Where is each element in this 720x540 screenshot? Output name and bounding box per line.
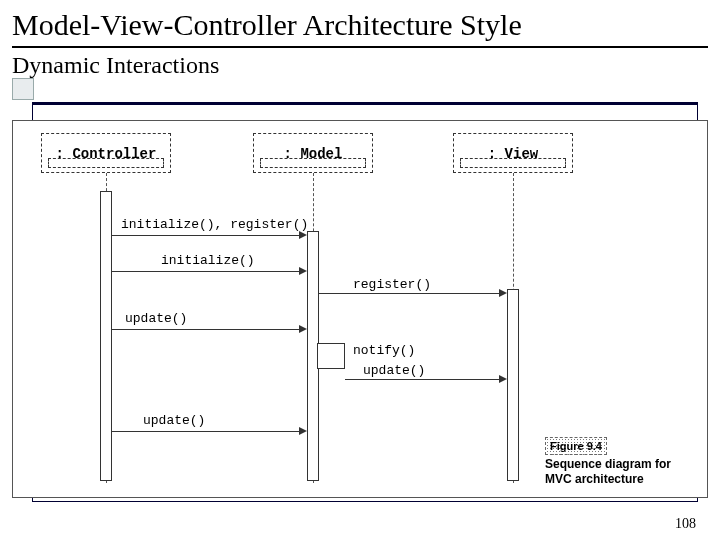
slide-header: Model-View-Controller Architecture Style <box>0 0 720 44</box>
arrow-line <box>319 293 503 294</box>
decor-dash <box>48 158 164 168</box>
arrow-head-icon <box>499 375 507 383</box>
arrow-head-icon <box>299 231 307 239</box>
arrow-line <box>112 271 302 272</box>
self-call-box <box>317 343 345 369</box>
msg-initialize: initialize() <box>161 253 255 268</box>
page-number: 108 <box>675 516 696 532</box>
arrow-head-icon <box>299 427 307 435</box>
arrow-line <box>345 379 503 380</box>
arrow-line <box>112 431 302 432</box>
figure-number: Figure 9.4 <box>545 437 607 455</box>
participant-view: : View <box>453 133 573 173</box>
activation-controller <box>100 191 112 481</box>
msg-update-1: update() <box>125 311 187 326</box>
participant-model: : Model <box>253 133 373 173</box>
decor-dash <box>460 158 566 168</box>
arrow-head-icon <box>299 325 307 333</box>
arrow-head-icon <box>299 267 307 275</box>
sequence-diagram: : Controller : Model : View initialize()… <box>12 120 708 498</box>
arrow-line <box>112 329 302 330</box>
arrow-head-icon <box>499 289 507 297</box>
msg-notify: notify() <box>353 343 415 358</box>
msg-initialize-register: initialize(), register() <box>121 217 308 232</box>
slide-title: Model-View-Controller Architecture Style <box>12 8 708 42</box>
msg-update-2: update() <box>363 363 425 378</box>
slide-subtitle: Dynamic Interactions <box>0 48 720 87</box>
figure-caption: Figure 9.4 Sequence diagram for MVC arch… <box>545 436 693 487</box>
participant-controller: : Controller <box>41 133 171 173</box>
activation-view <box>507 289 519 481</box>
figure-caption-text: Sequence diagram for MVC architecture <box>545 457 693 487</box>
msg-update-3: update() <box>143 413 205 428</box>
decor-dash <box>260 158 366 168</box>
decor-box <box>12 78 34 100</box>
msg-register: register() <box>353 277 431 292</box>
arrow-line <box>112 235 302 236</box>
